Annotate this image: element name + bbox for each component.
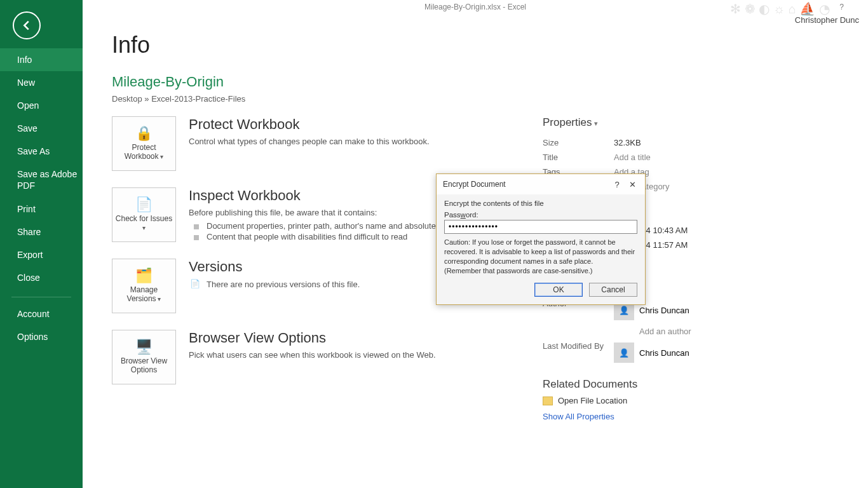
section-desc: Control what types of changes people can… [189,137,536,146]
sidebar-item-close[interactable]: Close [0,266,83,289]
versions-icon: 🗂️ [135,269,153,283]
browser-view-options-tile[interactable]: 🖥️ Browser View Options [112,330,176,384]
sidebar-item-account[interactable]: Account [0,302,83,325]
check-issues-tile[interactable]: 📄 Check for Issues [112,187,176,242]
lock-icon: 🔒 [135,126,153,140]
caution-text: Caution: If you lose or forget the passw… [444,238,637,275]
tile-label: Browser View Options [115,356,173,375]
tile-label: Manage Versions [115,285,173,304]
dialog-title: Encrypt Document [443,180,609,189]
cancel-button[interactable]: Cancel [589,283,637,297]
breadcrumb: Desktop » Excel-2013-Practice-Files [112,94,868,104]
sidebar-item-print[interactable]: Print [0,198,83,220]
window-titlebar: Mileage-By-Origin.xlsx - Excel ? Christo… [83,0,868,15]
section-desc: Pick what users can see when this workbo… [189,350,536,360]
protect-workbook-tile[interactable]: 🔒 Protect Workbook [112,116,176,171]
back-arrow-icon [20,18,34,32]
section-title: Protect Workbook [189,116,536,133]
sidebar-item-save-adobe-pdf[interactable]: Save as Adobe PDF [0,163,83,198]
open-file-location[interactable]: Open File Location [543,396,835,405]
prop-size-label: Size [543,138,614,147]
document-check-icon: 📄 [135,198,153,212]
document-title: Mileage-By-Origin [112,74,868,90]
sidebar-item-info[interactable]: Info [0,48,83,71]
last-modified-by-label: Last Modified By [543,341,614,364]
sidebar-item-open[interactable]: Open [0,94,83,117]
sidebar-item-save[interactable]: Save [0,117,83,140]
sidebar-item-export[interactable]: Export [0,243,83,266]
properties-header[interactable]: Properties [543,116,835,129]
manage-versions-tile[interactable]: 🗂️ Manage Versions [112,259,176,313]
backstage-content: Mileage-By-Origin.xlsx - Excel ? Christo… [83,0,868,488]
tile-label: Protect Workbook [115,143,173,161]
inspect-bullet: Document properties, printer path, autho… [207,221,454,231]
sidebar-item-options[interactable]: Options [0,325,83,348]
prop-title-label: Title [543,152,614,162]
dialog-close-button[interactable]: ✕ [625,178,640,191]
add-author-input[interactable]: Add an author [614,327,691,336]
last-modified-by-name: Chris Duncan [639,348,689,358]
password-input[interactable] [444,220,637,234]
folder-icon [543,396,553,405]
avatar-icon: 👤 [614,342,634,363]
help-icon[interactable]: ? [839,3,844,11]
inspect-bullet: Content that people with disabilities fi… [207,232,407,241]
password-label: Password: [444,211,637,219]
author-name: Chris Duncan [639,306,689,315]
back-button[interactable] [13,11,41,39]
related-documents-header: Related Documents [543,378,835,391]
sidebar-separator [11,297,71,297]
prop-title-input[interactable]: Add a title [614,152,651,162]
sidebar-item-new[interactable]: New [0,71,83,94]
ok-button[interactable]: OK [534,283,583,297]
sidebar-item-save-as[interactable]: Save As [0,140,83,163]
prop-size-value: 32.3KB [614,138,641,147]
dialog-help-button[interactable]: ? [609,178,625,191]
file-icon: 📄 [190,279,200,289]
excel-web-icon: 🖥️ [135,340,153,354]
backstage-sidebar: Info New Open Save Save As Save as Adobe… [0,0,83,488]
sidebar-item-share[interactable]: Share [0,220,83,243]
dialog-group-label: Encrypt the contents of this file [444,200,637,207]
encrypt-document-dialog: Encrypt Document ? ✕ Encrypt the content… [436,173,646,305]
tile-label: Check for Issues [115,214,173,233]
versions-none-text: There are no previous versions of this f… [207,280,360,289]
show-all-properties-link[interactable]: Show All Properties [543,412,614,421]
section-title: Browser View Options [189,330,536,346]
window-title: Mileage-By-Origin.xlsx - Excel [424,3,526,11]
page-title: Info [112,32,868,58]
signed-in-user[interactable]: Christopher Dunc [795,15,859,25]
